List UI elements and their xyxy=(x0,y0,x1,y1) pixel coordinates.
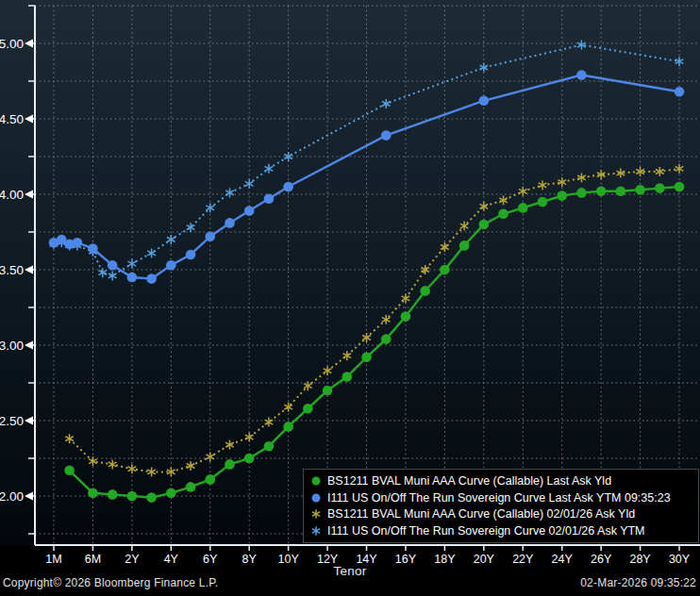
data-point xyxy=(655,183,665,193)
data-point xyxy=(127,491,138,502)
data-point xyxy=(283,422,293,432)
data-point xyxy=(186,250,196,260)
data-point xyxy=(675,87,685,97)
y-tick-label: 3.50 xyxy=(0,263,24,277)
data-point xyxy=(88,243,98,254)
legend-label: I111 US On/Off The Run Sovereign Curve L… xyxy=(327,491,671,505)
legend-label: BS1211 BVAL Muni AAA Curve (Callable) 02… xyxy=(327,507,635,521)
data-point xyxy=(498,209,508,220)
data-point xyxy=(557,190,567,201)
y-tick-label: 2.50 xyxy=(0,414,24,428)
data-point xyxy=(166,488,176,499)
data-point xyxy=(538,197,548,207)
data-point xyxy=(64,466,75,476)
data-point xyxy=(342,372,353,382)
data-point xyxy=(675,182,685,192)
legend-item-1[interactable]: BS1211 BVAL Muni AAA Curve (Callable) La… xyxy=(310,474,694,488)
data-point xyxy=(166,260,176,271)
bloomberg-yield-curve-window: 5.004.504.003.503.002.502.001M6M2Y4Y6Y8Y… xyxy=(0,0,700,596)
legend-asterisk-icon xyxy=(310,508,322,520)
data-point xyxy=(576,188,587,198)
data-point xyxy=(108,489,118,500)
data-point xyxy=(264,194,275,205)
data-point xyxy=(146,273,157,284)
data-point xyxy=(127,273,138,283)
data-point xyxy=(186,482,196,492)
data-point xyxy=(616,187,626,197)
legend-circle-icon xyxy=(310,475,322,487)
data-point xyxy=(635,185,645,195)
data-point xyxy=(146,492,157,503)
y-tick-label: 2.00 xyxy=(0,489,24,504)
data-point xyxy=(479,220,490,230)
data-point xyxy=(244,454,255,464)
data-point xyxy=(479,96,490,107)
legend-item-4[interactable]: I111 US On/Off The Run Sovereign Curve 0… xyxy=(310,524,694,538)
data-point xyxy=(361,353,372,363)
data-point xyxy=(381,334,392,344)
data-point xyxy=(225,218,235,228)
data-point xyxy=(205,474,215,485)
data-point xyxy=(283,182,293,192)
data-point xyxy=(73,238,83,248)
data-point xyxy=(518,203,528,213)
data-point xyxy=(108,260,118,271)
y-tick-label: 5.00 xyxy=(0,37,24,51)
data-point xyxy=(264,441,275,452)
legend-asterisk-icon xyxy=(310,525,322,537)
data-point xyxy=(420,286,430,296)
y-tick-label: 3.00 xyxy=(0,339,24,353)
data-point xyxy=(596,187,607,197)
data-point xyxy=(225,459,235,470)
legend-label: I111 US On/Off The Run Sovereign Curve 0… xyxy=(327,524,645,538)
legend-label: BS1211 BVAL Muni AAA Curve (Callable) La… xyxy=(327,474,611,488)
data-point xyxy=(381,130,392,141)
legend-circle-icon xyxy=(310,492,322,504)
y-tick-label: 4.00 xyxy=(0,188,24,202)
y-tick-label: 4.50 xyxy=(0,112,24,126)
data-point xyxy=(244,206,255,216)
legend-item-2[interactable]: I111 US On/Off The Run Sovereign Curve L… xyxy=(310,491,694,505)
data-point xyxy=(205,232,215,242)
data-point xyxy=(401,311,411,322)
data-point xyxy=(88,488,98,499)
copyright-text: Copyright© 2026 Bloomberg Finance L.P. xyxy=(3,576,218,589)
chart-datetime: 02-Mar-2026 09:35:22 xyxy=(580,576,696,589)
data-point xyxy=(323,386,333,396)
chart-legend: BS1211 BVAL Muni AAA Curve (Callable) La… xyxy=(303,469,699,543)
data-point xyxy=(440,265,450,275)
data-point xyxy=(303,404,313,414)
legend-item-3[interactable]: BS1211 BVAL Muni AAA Curve (Callable) 02… xyxy=(310,507,694,521)
data-point xyxy=(459,240,470,251)
data-point xyxy=(576,70,587,80)
